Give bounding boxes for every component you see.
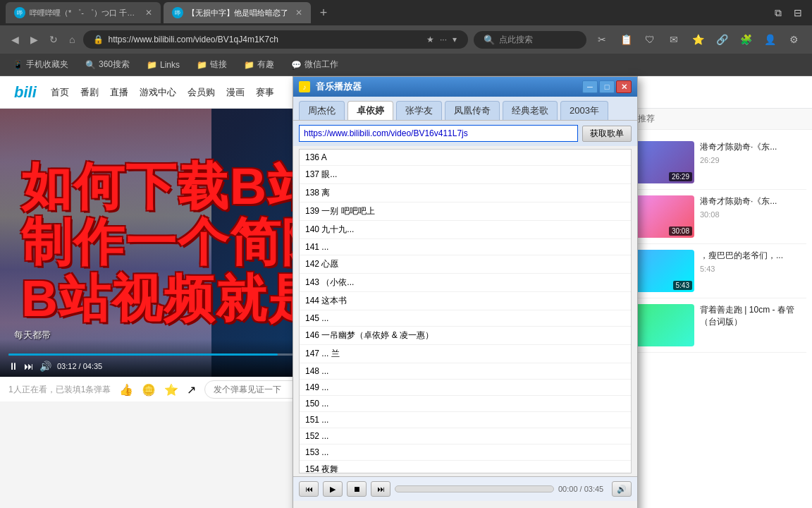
browser-tab-1[interactable]: 哔 哔哩哔哩（* ゜- ゜）つ口 千杯～！ ✕ xyxy=(6,2,161,23)
play-pause-button[interactable]: ▶ xyxy=(323,481,343,497)
url-actions: ★ ··· ▾ xyxy=(425,33,458,46)
like-icon[interactable]: 👍 xyxy=(119,383,133,397)
tab-favicon-1: 哔 xyxy=(14,7,25,18)
song-item-154[interactable]: 154 夜舞 xyxy=(300,461,631,473)
star-bookmark-icon[interactable]: ⭐ xyxy=(688,30,708,49)
new-tab-button[interactable]: + xyxy=(314,3,333,23)
bookmark-lianjie[interactable]: 📁 链接 xyxy=(192,57,231,72)
url-bar[interactable]: 🔒 https://www.bilibili.com/video/BV1qJ4m… xyxy=(83,30,468,49)
song-item-153[interactable]: 153 ... xyxy=(300,445,631,461)
shield-icon[interactable]: 🛡 xyxy=(640,30,660,49)
window-minimize-btn[interactable]: ⊟ xyxy=(789,4,806,21)
nav-fanju[interactable]: 番剧 xyxy=(80,86,99,99)
tab-title-2: 【无损中字】他是唱给暗恋了 xyxy=(187,8,288,18)
menu-dots-icon[interactable]: ··· xyxy=(438,33,448,46)
next-button[interactable]: ⏭ xyxy=(371,481,390,497)
tab-fenghuang[interactable]: 凤凰传奇 xyxy=(445,101,500,120)
sidebar-video-4[interactable]: 背着善走跑 | 10cm - 春管（台词版） xyxy=(621,298,806,353)
extension-icon[interactable]: 🧩 xyxy=(736,30,756,49)
get-list-button[interactable]: 获取歌单 xyxy=(582,126,632,142)
volume-button[interactable]: 🔊 xyxy=(39,361,51,372)
player-app-icon: ♪ xyxy=(299,81,310,92)
minimize-button[interactable]: ─ xyxy=(582,80,598,93)
mail-icon[interactable]: ✉ xyxy=(664,30,684,49)
share-icon[interactable]: ↗ xyxy=(187,383,196,397)
person-icon[interactable]: 👤 xyxy=(760,30,780,49)
url-input-area: 获取歌单 xyxy=(293,121,637,146)
tab-classic[interactable]: 经典老歌 xyxy=(503,101,558,120)
sidebar-video-1[interactable]: 26:29 港奇才陈勋奇·《东... 26:29 xyxy=(621,135,806,190)
nav-game[interactable]: 游戏中心 xyxy=(140,86,176,99)
song-item-144[interactable]: 144 这本书 xyxy=(300,292,631,310)
player-url-input[interactable] xyxy=(299,125,578,142)
song-item-139[interactable]: 139 一别 吧吧吧上 xyxy=(300,202,631,221)
bookmark-links[interactable]: 📁 Links xyxy=(142,59,184,71)
sidebar-video-3[interactable]: 5:43 ，瘦巴巴的老爷们，... 5:43 xyxy=(621,244,806,298)
song-item-142[interactable]: 142 心愿 xyxy=(300,255,631,274)
tab-zhangrueyou[interactable]: 张学友 xyxy=(396,101,442,120)
song-item-145[interactable]: 145 ... xyxy=(300,310,631,327)
song-list[interactable]: 136 A 137 眼... 138 离 139 一别 吧吧吧上 140 九十九… xyxy=(299,149,632,473)
song-item-143[interactable]: 143 （小依... xyxy=(300,274,631,292)
song-item-136[interactable]: 136 A xyxy=(300,150,631,166)
song-item-149[interactable]: 149 ... xyxy=(300,380,631,396)
song-item-141[interactable]: 141 ... xyxy=(300,239,631,255)
home-button[interactable]: ⌂ xyxy=(66,32,78,47)
bookmark-youqu[interactable]: 📁 有趣 xyxy=(240,57,278,72)
sidebar-section: 26:29 港奇才陈勋奇·《东... 26:29 30:08 港奇才陈勋奇·《东… xyxy=(615,130,812,358)
window-titlebar: ♪ 音乐播放器 ─ □ ✕ xyxy=(293,77,637,97)
song-item-151[interactable]: 151 ... xyxy=(300,412,631,428)
song-item-148[interactable]: 148 ... xyxy=(300,363,631,380)
settings-icon[interactable]: ⚙ xyxy=(784,30,804,49)
star-icon[interactable]: ★ xyxy=(425,33,436,46)
bilibili-nav: 首页 番剧 直播 游戏中心 会员购 漫画 赛事 xyxy=(51,86,274,99)
next-video-button[interactable]: ⏭ xyxy=(24,361,34,372)
bookmark-mobile[interactable]: 📱 手机收藏夹 xyxy=(8,57,73,72)
tab-zhoujielun[interactable]: 周杰伦 xyxy=(299,101,345,120)
tab-zhuoyiting[interactable]: 卓依婷 xyxy=(347,101,393,120)
browser-tab-2[interactable]: 哔 【无损中字】他是唱给暗恋了 ✕ xyxy=(164,2,311,23)
video-time: 03:12 / 04:35 xyxy=(57,362,102,370)
song-item-152[interactable]: 152 ... xyxy=(300,428,631,445)
scissors-icon[interactable]: ✂ xyxy=(592,30,612,49)
song-item-137[interactable]: 137 眼... xyxy=(300,166,631,184)
close-button[interactable]: ✕ xyxy=(616,80,632,93)
coin-icon[interactable]: 🪙 xyxy=(142,383,156,397)
bookmark-360[interactable]: 🔍 360搜索 xyxy=(81,57,134,72)
tab-close-2[interactable]: ✕ xyxy=(295,8,302,18)
nav-member[interactable]: 会员购 xyxy=(187,86,215,99)
nav-esports[interactable]: 赛事 xyxy=(256,86,274,99)
stop-button[interactable]: ⏹ xyxy=(347,481,367,497)
tab-title-1: 哔哩哔哩（* ゜- ゜）つ口 千杯～！ xyxy=(30,8,138,18)
song-item-150[interactable]: 150 ... xyxy=(300,396,631,412)
search-bar[interactable]: 🔍 点此搜索 xyxy=(474,31,586,49)
song-item-140[interactable]: 140 九十九... xyxy=(300,221,631,239)
nav-live[interactable]: 直播 xyxy=(110,86,128,99)
nav-home[interactable]: 首页 xyxy=(51,86,69,99)
maximize-button[interactable]: □ xyxy=(599,80,615,93)
song-item-138[interactable]: 138 离 xyxy=(300,184,631,202)
search-360-icon: 🔍 xyxy=(85,60,96,70)
play-button[interactable]: ⏸ xyxy=(8,361,18,372)
volume-control[interactable]: 🔊 xyxy=(612,481,632,497)
refresh-button[interactable]: ↻ xyxy=(47,32,61,47)
sidebar-info-4: 背着善走跑 | 10cm - 春管（台词版） xyxy=(700,304,804,346)
nav-manga[interactable]: 漫画 xyxy=(226,86,245,99)
prev-button[interactable]: ⏮ xyxy=(299,481,319,497)
back-button[interactable]: ◀ xyxy=(8,32,22,47)
sidebar-video-2[interactable]: 30:08 港奇才陈勋奇·《东... 30:08 xyxy=(621,190,806,244)
tab-close-1[interactable]: ✕ xyxy=(145,8,152,18)
bookmark-wechat[interactable]: 💬 微信工作 xyxy=(287,57,343,72)
forward-button[interactable]: ▶ xyxy=(27,32,41,47)
song-item-147[interactable]: 147 ... 兰 xyxy=(300,345,631,363)
player-tabs: 周杰伦 卓依婷 张学友 凤凰传奇 经典老歌 2003年 xyxy=(293,97,637,121)
player-progress-bar[interactable] xyxy=(395,485,554,492)
copy-icon[interactable]: 📋 xyxy=(616,30,636,49)
chevron-down-icon[interactable]: ▾ xyxy=(451,33,458,46)
song-item-146[interactable]: 146 一吊幽梦（卓依婷 & 凌一惠） xyxy=(300,327,631,345)
tab-2003[interactable]: 2003年 xyxy=(560,101,608,120)
collect-icon[interactable]: ⭐ xyxy=(164,383,178,397)
window-restore-btn[interactable]: ⧉ xyxy=(770,4,787,21)
sidebar-header: 相关推荐 xyxy=(615,109,812,130)
link-icon[interactable]: 🔗 xyxy=(712,30,732,49)
